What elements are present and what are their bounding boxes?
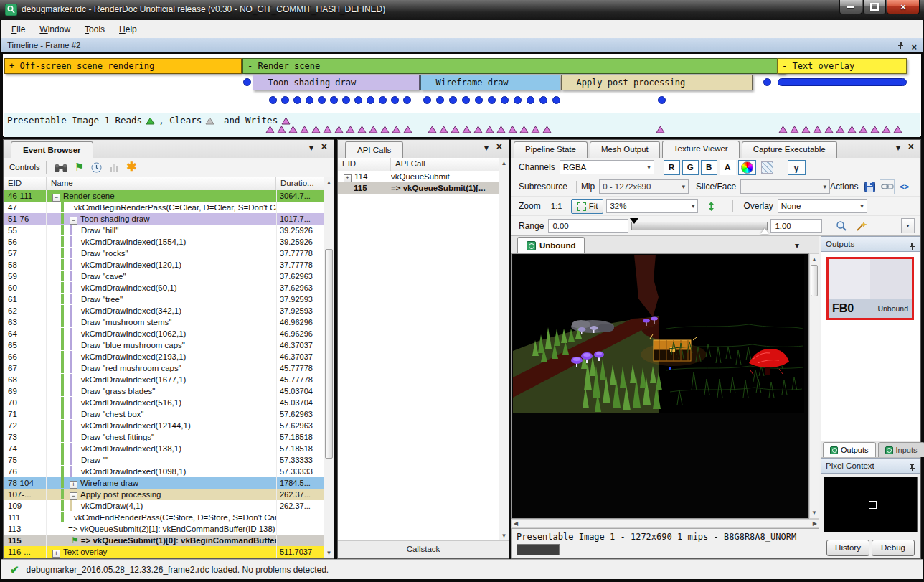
jump-to-bookmark-icon[interactable]: ⚑ bbox=[75, 162, 84, 172]
api-call-row[interactable]: 115=> vkQueueSubmit(1)[... bbox=[338, 182, 499, 194]
column-name[interactable]: Name bbox=[47, 177, 276, 190]
stats-icon[interactable] bbox=[109, 162, 119, 172]
event-row[interactable]: 109vkCmdDraw(4,1)262.37... bbox=[4, 500, 324, 512]
event-row[interactable]: 65Draw "blue mushroom caps"46.37037 bbox=[4, 339, 324, 351]
timeline-event-dot[interactable] bbox=[501, 96, 509, 104]
zoom-range-icon[interactable] bbox=[832, 218, 850, 233]
timeline-marker-bar[interactable]: - Toon shading draw bbox=[253, 75, 420, 90]
event-row[interactable]: 70vkCmdDrawIndexed(516,1)45.03704 bbox=[4, 397, 324, 408]
scrollbar-vertical[interactable]: ▲ ▼ bbox=[499, 158, 509, 541]
event-row[interactable]: 71Draw "chest box"57.62963 bbox=[4, 408, 324, 420]
timeline-event-dot[interactable] bbox=[379, 96, 387, 104]
timeline-event-dot[interactable] bbox=[330, 96, 338, 104]
timeline-event-dot[interactable] bbox=[354, 96, 362, 104]
range-slider[interactable] bbox=[631, 221, 768, 231]
timeline-event-dot[interactable] bbox=[552, 96, 560, 104]
timeline-write-triangle[interactable] bbox=[403, 123, 412, 131]
slice-face-select[interactable]: ▾ bbox=[740, 179, 830, 194]
timeline-write-triangle[interactable] bbox=[300, 123, 309, 131]
output-thumbnail-fb0[interactable]: FB0 Unbound bbox=[826, 257, 914, 320]
scroll-up-icon[interactable]: ▲ bbox=[499, 158, 509, 169]
flip-vertical-icon[interactable] bbox=[702, 199, 720, 214]
panel-menu-icon[interactable]: ▾ bbox=[484, 143, 489, 154]
tab-inputs[interactable]: Inputs bbox=[878, 442, 924, 457]
close-button[interactable]: × bbox=[887, 0, 920, 14]
event-row[interactable]: 67Draw "red mushroom caps"45.77778 bbox=[4, 362, 324, 374]
pin-icon[interactable] bbox=[897, 39, 904, 54]
event-row[interactable]: 64vkCmdDrawIndexed(1062,1)46.96296 bbox=[4, 328, 324, 339]
event-row[interactable]: 59Draw "cave"37.62963 bbox=[4, 271, 324, 282]
timeline-write-triangle[interactable] bbox=[288, 123, 298, 131]
panel-menu-icon[interactable]: ▾ bbox=[309, 143, 314, 154]
event-row[interactable]: 72vkCmdDrawIndexed(12144,1)57.62963 bbox=[4, 420, 324, 431]
open-shader-icon[interactable]: <> bbox=[897, 179, 912, 194]
event-row[interactable]: 73Draw "chest fittings"57.18518 bbox=[4, 431, 324, 443]
timeline-marker-bar[interactable]: + Off-screen scene rendering bbox=[4, 58, 242, 74]
timeline-write-triangle[interactable] bbox=[473, 123, 483, 131]
color-wheel-icon[interactable] bbox=[738, 160, 756, 175]
save-texture-icon[interactable] bbox=[862, 179, 877, 194]
timeline-event-dot[interactable] bbox=[658, 96, 666, 104]
timeline-write-triangle[interactable] bbox=[311, 123, 321, 131]
expander-minus-icon[interactable]: − bbox=[70, 492, 77, 500]
event-row[interactable]: 69Draw "grass blades"45.03704 bbox=[4, 385, 324, 397]
timeline-event-dot[interactable] bbox=[318, 96, 326, 104]
column-eid[interactable]: EID bbox=[338, 158, 391, 171]
timeline-event-dot[interactable] bbox=[488, 96, 496, 104]
event-row[interactable]: 74vkCmdDrawIndexed(138,1)57.18518 bbox=[4, 443, 324, 454]
event-row[interactable]: 57Draw "rocks"37.77778 bbox=[4, 248, 324, 259]
scroll-left-icon[interactable]: ◀ bbox=[514, 520, 518, 527]
event-row[interactable]: 107-...−Apply post processing262.37... bbox=[4, 489, 324, 500]
timeline-marker-bar[interactable]: - Wireframe draw bbox=[420, 75, 560, 90]
timeline-write-triangle[interactable] bbox=[428, 123, 437, 131]
close-icon[interactable]: × bbox=[908, 141, 914, 152]
event-row[interactable]: 62vkCmdDrawIndexed(342,1)37.92593 bbox=[4, 305, 324, 316]
history-button[interactable]: History bbox=[826, 540, 869, 556]
tab-event-browser[interactable]: Event Browser bbox=[11, 141, 93, 159]
tab-mesh-output[interactable]: Mesh Output bbox=[590, 141, 660, 158]
timeline-write-triangle[interactable] bbox=[882, 123, 891, 131]
range-options-icon[interactable]: ▾ bbox=[901, 218, 915, 233]
timeline-write-triangle[interactable] bbox=[462, 123, 471, 131]
scroll-down-icon[interactable]: ▼ bbox=[499, 530, 509, 541]
event-row[interactable]: 113=> vkQueueSubmit(2)[1]: vkEndCommandB… bbox=[4, 523, 324, 535]
event-row[interactable]: 76vkCmdDrawIndexed(1098,1)57.33333 bbox=[4, 466, 324, 477]
zoom-fit-button[interactable]: Fit bbox=[571, 199, 604, 214]
column-eid[interactable]: EID bbox=[4, 177, 47, 190]
timeline-write-triangle[interactable] bbox=[542, 123, 552, 131]
menu-item-file[interactable]: File bbox=[4, 22, 32, 37]
scroll-up-icon[interactable]: ▲ bbox=[324, 177, 334, 188]
channel-red-toggle[interactable]: R bbox=[664, 160, 680, 175]
event-row[interactable]: 61Draw "tree"37.92593 bbox=[4, 294, 324, 305]
event-row[interactable]: 115⚑=> vkQueueSubmit(1)[0]: vkBeginComma… bbox=[4, 535, 324, 546]
range-slider-track[interactable] bbox=[631, 222, 768, 230]
timeline-write-triangle[interactable] bbox=[656, 123, 665, 131]
timeline-track[interactable]: Presentable Image 1 Reads , Clears and W… bbox=[4, 54, 920, 136]
timeline-write-triangle[interactable] bbox=[801, 123, 811, 131]
timeline-event-dot[interactable] bbox=[423, 96, 431, 104]
event-row[interactable]: 58vkCmdDrawIndexed(120,1)37.77778 bbox=[4, 259, 324, 271]
timeline-write-triangle[interactable] bbox=[870, 123, 880, 131]
event-row[interactable]: 68vkCmdDrawIndexed(1677,1)45.77778 bbox=[4, 374, 324, 385]
timeline-write-triangle[interactable] bbox=[380, 123, 390, 131]
event-row[interactable]: 47vkCmdBeginRenderPass(C=Clear, D=Clear,… bbox=[4, 202, 324, 213]
timeline-event-dot[interactable] bbox=[436, 96, 444, 104]
gamma-toggle[interactable]: γ bbox=[788, 160, 806, 175]
texture-image-viewport[interactable] bbox=[512, 253, 809, 519]
timeline-write-triangle[interactable] bbox=[277, 123, 286, 131]
timeline-write-triangle[interactable] bbox=[334, 123, 344, 131]
close-icon[interactable]: × bbox=[911, 42, 917, 52]
minimize-button[interactable] bbox=[839, 0, 862, 14]
timeline-write-triangle[interactable] bbox=[813, 123, 822, 131]
event-row[interactable]: 66vkCmdDrawIndexed(2193,1)46.37037 bbox=[4, 351, 324, 362]
event-row[interactable]: 116-...+Text overlay511.7037 bbox=[4, 546, 324, 558]
timeline-write-triangle[interactable] bbox=[346, 123, 355, 131]
timeline-write-triangle[interactable] bbox=[496, 123, 506, 131]
debug-button[interactable]: Debug bbox=[872, 540, 915, 556]
timeline-write-triangle[interactable] bbox=[519, 123, 529, 131]
channel-alpha-toggle[interactable]: A bbox=[720, 160, 736, 175]
event-row[interactable]: 55Draw "hill"39.25926 bbox=[4, 225, 324, 236]
range-min-input[interactable]: 0.00 bbox=[548, 219, 628, 233]
timeline-write-triangle[interactable] bbox=[323, 123, 332, 131]
custom-action-icon[interactable]: ✱ bbox=[126, 162, 136, 172]
